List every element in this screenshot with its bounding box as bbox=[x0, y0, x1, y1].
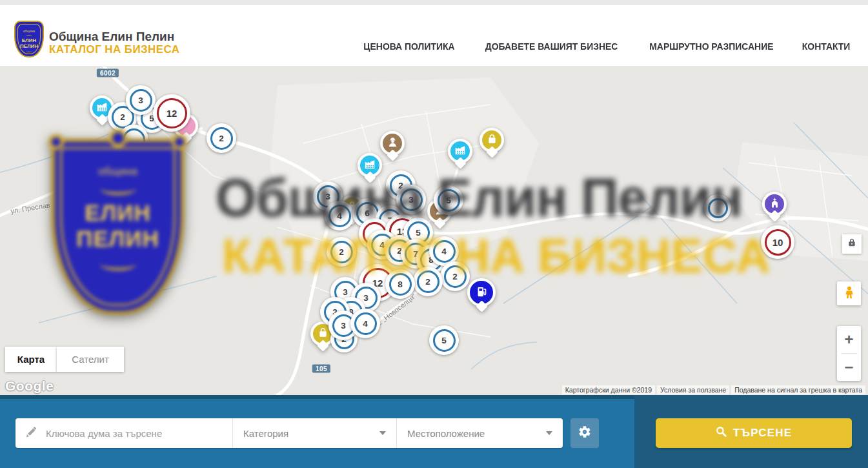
cluster-count: 8 bbox=[389, 273, 412, 296]
keyword-search-input[interactable] bbox=[45, 427, 232, 440]
cluster-marker[interactable] bbox=[704, 194, 731, 221]
map-canvas[interactable]: 2531223235467135422784221282338334510 об… bbox=[0, 66, 868, 395]
report-error-link[interactable]: Подаване на сигнал за грешка в картата bbox=[731, 385, 865, 394]
church-icon bbox=[769, 198, 780, 211]
cluster-count: 10 bbox=[765, 229, 791, 256]
worker-pin[interactable] bbox=[380, 131, 405, 159]
pegman-icon bbox=[843, 286, 856, 301]
cluster-marker[interactable]: 3 bbox=[126, 85, 156, 115]
lock-button[interactable] bbox=[842, 234, 862, 254]
zoom-control: + − bbox=[837, 326, 861, 381]
logo-org-text: община bbox=[23, 30, 35, 33]
cluster-count bbox=[123, 128, 145, 151]
cluster-count: 4 bbox=[328, 205, 351, 227]
lock-icon bbox=[847, 238, 856, 250]
keyword-segment bbox=[15, 418, 232, 448]
nav-item-pricing[interactable]: ЦЕНОВА ПОЛИТИКА bbox=[363, 41, 454, 52]
category-dropdown[interactable]: Категория bbox=[232, 418, 396, 448]
cluster-marker[interactable]: 8 bbox=[385, 269, 415, 299]
search-submit-label: ТЪРСЕНЕ bbox=[733, 427, 792, 440]
municipality-logo[interactable]: община ЕЛИН ПЕЛИН bbox=[14, 21, 44, 57]
cluster-count: 5 bbox=[438, 189, 460, 212]
search-bar: Категория Местоположение ТЪРСЕНЕ bbox=[0, 395, 868, 468]
cluster-count: 3 bbox=[400, 188, 423, 211]
site-subtitle: КАТАЛОГ НА БИЗНЕСА bbox=[49, 43, 179, 56]
nav-item-add-business[interactable]: ДОБАВЕТЕ ВАШИЯТ БИЗНЕС bbox=[485, 41, 618, 52]
cluster-marker[interactable]: 2 bbox=[440, 261, 470, 291]
logo-name-line2: ПЕЛИН bbox=[20, 43, 38, 49]
cluster-count: 2 bbox=[210, 127, 233, 150]
advanced-settings-button[interactable] bbox=[570, 418, 599, 448]
fuel-pin[interactable] bbox=[467, 278, 496, 310]
site-title: Община Елин Пелин bbox=[49, 30, 179, 43]
factory-icon bbox=[364, 158, 376, 172]
factory-pin[interactable] bbox=[448, 139, 472, 167]
cluster-count: 5 bbox=[433, 329, 456, 352]
cluster-marker[interactable]: 12 bbox=[153, 94, 190, 132]
logo-ornament bbox=[26, 34, 32, 36]
cluster-marker[interactable]: 5 bbox=[429, 325, 459, 355]
google-logo[interactable]: Google bbox=[5, 378, 54, 394]
location-dropdown[interactable]: Местоположение bbox=[396, 418, 563, 448]
map-data-copyright: Картографски данни ©2019 bbox=[562, 385, 655, 394]
search-icon bbox=[716, 426, 727, 440]
shopping-bag-pin[interactable] bbox=[479, 128, 504, 156]
cluster-count: 2 bbox=[444, 265, 467, 288]
cluster-count: 4 bbox=[354, 312, 377, 335]
cluster-count bbox=[708, 198, 728, 218]
cluster-count: 2 bbox=[330, 241, 353, 263]
category-dropdown-label: Категория bbox=[243, 428, 288, 439]
location-dropdown-label: Местоположение bbox=[407, 428, 485, 439]
street-view-pegman[interactable] bbox=[837, 281, 861, 305]
logo-name-line1: ЕЛИН bbox=[22, 37, 36, 43]
logo-ornament bbox=[26, 50, 32, 52]
terms-link[interactable]: Условия за ползване bbox=[657, 385, 729, 394]
nav-item-bus-schedule[interactable]: МАРШРУТНО РАЗПИСАНИЕ bbox=[649, 41, 773, 52]
search-input-group: Категория Местоположение bbox=[15, 418, 563, 448]
site-titles: Община Елин Пелин КАТАЛОГ НА БИЗНЕСА bbox=[49, 30, 179, 56]
cluster-marker[interactable]: 10 bbox=[761, 225, 794, 259]
shopping-bag-icon bbox=[318, 327, 328, 341]
map-type-map-button[interactable]: Карта bbox=[5, 347, 57, 372]
cluster-marker[interactable] bbox=[119, 125, 148, 154]
pencil-icon bbox=[26, 427, 37, 440]
map-type-satellite-button[interactable]: Сателит bbox=[57, 347, 124, 372]
marker-layer: 2531223235467135422784221282338334510 bbox=[0, 66, 868, 395]
chevron-down-icon bbox=[379, 431, 386, 435]
church-pin[interactable] bbox=[762, 192, 787, 220]
cluster-count: 2 bbox=[417, 270, 439, 293]
cluster-marker[interactable]: 2 bbox=[413, 267, 443, 296]
header: община ЕЛИН ПЕЛИН Община Елин Пелин КАТА… bbox=[0, 5, 868, 66]
chevron-down-icon bbox=[546, 431, 552, 435]
search-submit-button[interactable]: ТЪРСЕНЕ bbox=[656, 418, 852, 448]
top-strip bbox=[0, 0, 868, 5]
cluster-marker[interactable]: 2 bbox=[327, 237, 356, 267]
worker-icon bbox=[387, 137, 398, 150]
zoom-in-button[interactable]: + bbox=[837, 326, 861, 353]
cluster-marker[interactable]: 2 bbox=[207, 123, 236, 153]
shopping-bag-icon bbox=[487, 134, 498, 147]
cluster-count: 12 bbox=[157, 98, 187, 128]
map-attribution: Картографски данни ©2019 Условия за полз… bbox=[562, 385, 865, 394]
cluster-count: 3 bbox=[130, 89, 152, 112]
cluster-marker[interactable]: 4 bbox=[350, 309, 380, 338]
municipality-logo-inner: община ЕЛИН ПЕЛИН bbox=[17, 24, 41, 54]
cluster-marker[interactable]: 4 bbox=[325, 201, 354, 230]
fuel-icon bbox=[476, 285, 488, 300]
page: община ЕЛИН ПЕЛИН Община Елин Пелин КАТА… bbox=[0, 0, 868, 468]
factory-icon bbox=[96, 101, 108, 115]
gear-icon bbox=[578, 425, 592, 442]
nav-item-contacts[interactable]: КОНТАКТИ bbox=[802, 41, 851, 52]
factory-icon bbox=[454, 144, 466, 158]
zoom-out-button[interactable]: − bbox=[837, 354, 861, 381]
cluster-count: 4 bbox=[433, 240, 456, 263]
main-nav: ЦЕНОВА ПОЛИТИКА ДОБАВЕТЕ ВАШИЯТ БИЗНЕС М… bbox=[360, 41, 852, 52]
factory-pin[interactable] bbox=[358, 153, 382, 181]
cluster-marker[interactable]: 5 bbox=[434, 185, 463, 215]
